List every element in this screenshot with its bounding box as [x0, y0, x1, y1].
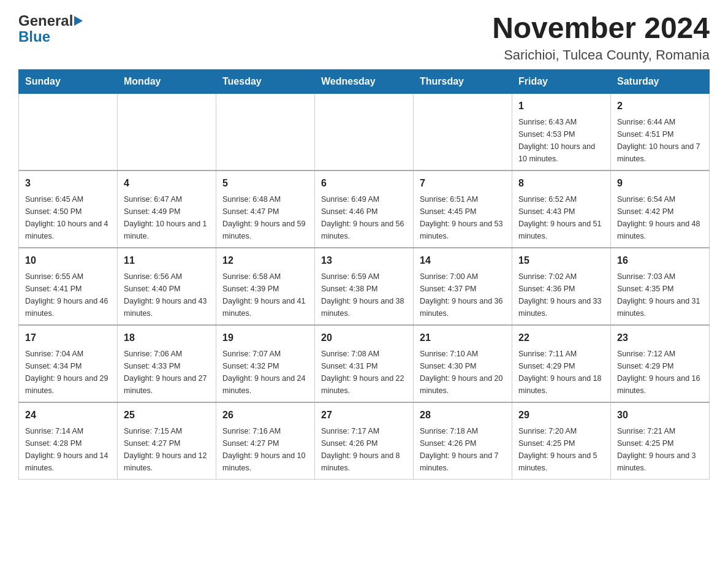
calendar-cell: 26Sunrise: 7:16 AMSunset: 4:27 PMDayligh…: [216, 402, 315, 480]
logo-arrow-icon: [74, 16, 83, 26]
day-number: 6: [321, 176, 407, 191]
calendar-cell: [315, 93, 414, 170]
calendar-cell: 17Sunrise: 7:04 AMSunset: 4:34 PMDayligh…: [19, 325, 118, 402]
day-number: 11: [124, 253, 210, 268]
day-number: 22: [518, 331, 604, 345]
calendar-cell: 8Sunrise: 6:52 AMSunset: 4:43 PMDaylight…: [512, 170, 611, 248]
day-info: Sunrise: 6:45 AMSunset: 4:50 PMDaylight:…: [25, 193, 111, 242]
calendar-cell: [414, 93, 512, 170]
day-header-thursday: Thursday: [414, 69, 512, 93]
calendar-cell: 14Sunrise: 7:00 AMSunset: 4:37 PMDayligh…: [414, 248, 512, 325]
day-info: Sunrise: 7:00 AMSunset: 4:37 PMDaylight:…: [420, 270, 506, 320]
day-info: Sunrise: 7:07 AMSunset: 4:32 PMDaylight:…: [222, 348, 308, 397]
day-info: Sunrise: 7:14 AMSunset: 4:28 PMDaylight:…: [25, 425, 111, 474]
main-title: November 2024: [492, 12, 710, 45]
calendar-cell: 12Sunrise: 6:58 AMSunset: 4:39 PMDayligh…: [216, 248, 315, 325]
day-header-wednesday: Wednesday: [315, 69, 414, 93]
day-info: Sunrise: 7:10 AMSunset: 4:30 PMDaylight:…: [420, 348, 506, 397]
day-info: Sunrise: 7:08 AMSunset: 4:31 PMDaylight:…: [321, 348, 407, 397]
day-info: Sunrise: 6:49 AMSunset: 4:46 PMDaylight:…: [321, 193, 407, 242]
day-info: Sunrise: 7:11 AMSunset: 4:29 PMDaylight:…: [518, 348, 604, 397]
day-info: Sunrise: 6:43 AMSunset: 4:53 PMDaylight:…: [518, 116, 604, 165]
day-info: Sunrise: 6:52 AMSunset: 4:43 PMDaylight:…: [518, 193, 604, 242]
calendar-cell: 22Sunrise: 7:11 AMSunset: 4:29 PMDayligh…: [512, 325, 611, 402]
logo-blue-text: Blue: [18, 28, 50, 45]
calendar-cell: 23Sunrise: 7:12 AMSunset: 4:29 PMDayligh…: [611, 325, 710, 402]
calendar-cell: 28Sunrise: 7:18 AMSunset: 4:26 PMDayligh…: [414, 402, 512, 480]
day-number: 25: [124, 408, 210, 423]
calendar-cell: 19Sunrise: 7:07 AMSunset: 4:32 PMDayligh…: [216, 325, 315, 402]
calendar-week-row: 3Sunrise: 6:45 AMSunset: 4:50 PMDaylight…: [19, 170, 710, 248]
calendar-cell: 29Sunrise: 7:20 AMSunset: 4:25 PMDayligh…: [512, 402, 611, 480]
calendar-cell: 24Sunrise: 7:14 AMSunset: 4:28 PMDayligh…: [19, 402, 118, 480]
day-number: 20: [321, 331, 407, 345]
calendar-cell: 7Sunrise: 6:51 AMSunset: 4:45 PMDaylight…: [414, 170, 512, 248]
day-number: 5: [222, 176, 308, 191]
day-info: Sunrise: 7:12 AMSunset: 4:29 PMDaylight:…: [617, 348, 703, 397]
calendar-cell: 5Sunrise: 6:48 AMSunset: 4:47 PMDaylight…: [216, 170, 315, 248]
calendar-cell: 16Sunrise: 7:03 AMSunset: 4:35 PMDayligh…: [611, 248, 710, 325]
day-number: 2: [617, 99, 703, 113]
calendar-week-row: 1Sunrise: 6:43 AMSunset: 4:53 PMDaylight…: [19, 93, 710, 170]
calendar-cell: 11Sunrise: 6:56 AMSunset: 4:40 PMDayligh…: [118, 248, 216, 325]
day-number: 14: [420, 253, 506, 268]
day-info: Sunrise: 7:04 AMSunset: 4:34 PMDaylight:…: [25, 348, 111, 397]
day-number: 24: [25, 408, 111, 423]
day-info: Sunrise: 6:54 AMSunset: 4:42 PMDaylight:…: [617, 193, 703, 242]
calendar-cell: [19, 93, 118, 170]
day-info: Sunrise: 6:44 AMSunset: 4:51 PMDaylight:…: [617, 116, 703, 165]
calendar-cell: 21Sunrise: 7:10 AMSunset: 4:30 PMDayligh…: [414, 325, 512, 402]
day-number: 15: [518, 253, 604, 268]
day-number: 26: [222, 408, 308, 423]
day-info: Sunrise: 6:56 AMSunset: 4:40 PMDaylight:…: [124, 270, 210, 320]
day-header-tuesday: Tuesday: [216, 69, 315, 93]
calendar-cell: 25Sunrise: 7:15 AMSunset: 4:27 PMDayligh…: [118, 402, 216, 480]
day-info: Sunrise: 7:17 AMSunset: 4:26 PMDaylight:…: [321, 425, 407, 474]
day-number: 29: [518, 408, 604, 423]
day-info: Sunrise: 6:51 AMSunset: 4:45 PMDaylight:…: [420, 193, 506, 242]
day-info: Sunrise: 6:59 AMSunset: 4:38 PMDaylight:…: [321, 270, 407, 320]
day-info: Sunrise: 7:18 AMSunset: 4:26 PMDaylight:…: [420, 425, 506, 474]
day-info: Sunrise: 6:47 AMSunset: 4:49 PMDaylight:…: [124, 193, 210, 242]
calendar-cell: 15Sunrise: 7:02 AMSunset: 4:36 PMDayligh…: [512, 248, 611, 325]
calendar-header-row: SundayMondayTuesdayWednesdayThursdayFrid…: [19, 69, 710, 93]
calendar-cell: 13Sunrise: 6:59 AMSunset: 4:38 PMDayligh…: [315, 248, 414, 325]
day-info: Sunrise: 7:20 AMSunset: 4:25 PMDaylight:…: [518, 425, 604, 474]
day-info: Sunrise: 6:55 AMSunset: 4:41 PMDaylight:…: [25, 270, 111, 320]
calendar-cell: 3Sunrise: 6:45 AMSunset: 4:50 PMDaylight…: [19, 170, 118, 248]
day-number: 10: [25, 253, 111, 268]
day-info: Sunrise: 7:03 AMSunset: 4:35 PMDaylight:…: [617, 270, 703, 320]
logo: General Blue: [18, 12, 83, 45]
calendar-week-row: 17Sunrise: 7:04 AMSunset: 4:34 PMDayligh…: [19, 325, 710, 402]
day-number: 19: [222, 331, 308, 345]
calendar-week-row: 24Sunrise: 7:14 AMSunset: 4:28 PMDayligh…: [19, 402, 710, 480]
day-number: 12: [222, 253, 308, 268]
day-number: 4: [124, 176, 210, 191]
calendar-week-row: 10Sunrise: 6:55 AMSunset: 4:41 PMDayligh…: [19, 248, 710, 325]
day-number: 17: [25, 331, 111, 345]
calendar-cell: 9Sunrise: 6:54 AMSunset: 4:42 PMDaylight…: [611, 170, 710, 248]
day-number: 9: [617, 176, 703, 191]
page-header: General Blue November 2024 Sarichioi, Tu…: [18, 12, 710, 63]
calendar-cell: [118, 93, 216, 170]
calendar-cell: 2Sunrise: 6:44 AMSunset: 4:51 PMDaylight…: [611, 93, 710, 170]
calendar-cell: [216, 93, 315, 170]
day-info: Sunrise: 6:48 AMSunset: 4:47 PMDaylight:…: [222, 193, 308, 242]
day-number: 27: [321, 408, 407, 423]
subtitle: Sarichioi, Tulcea County, Romania: [492, 47, 710, 63]
day-number: 28: [420, 408, 506, 423]
calendar-cell: 1Sunrise: 6:43 AMSunset: 4:53 PMDaylight…: [512, 93, 611, 170]
day-header-saturday: Saturday: [611, 69, 710, 93]
day-number: 3: [25, 176, 111, 191]
day-number: 16: [617, 253, 703, 268]
day-number: 30: [617, 408, 703, 423]
calendar-cell: 20Sunrise: 7:08 AMSunset: 4:31 PMDayligh…: [315, 325, 414, 402]
day-number: 13: [321, 253, 407, 268]
day-number: 23: [617, 331, 703, 345]
calendar-cell: 4Sunrise: 6:47 AMSunset: 4:49 PMDaylight…: [118, 170, 216, 248]
day-info: Sunrise: 7:15 AMSunset: 4:27 PMDaylight:…: [124, 425, 210, 474]
day-info: Sunrise: 7:02 AMSunset: 4:36 PMDaylight:…: [518, 270, 604, 320]
calendar-table: SundayMondayTuesdayWednesdayThursdayFrid…: [18, 69, 710, 480]
day-info: Sunrise: 7:21 AMSunset: 4:25 PMDaylight:…: [617, 425, 703, 474]
day-header-friday: Friday: [512, 69, 611, 93]
